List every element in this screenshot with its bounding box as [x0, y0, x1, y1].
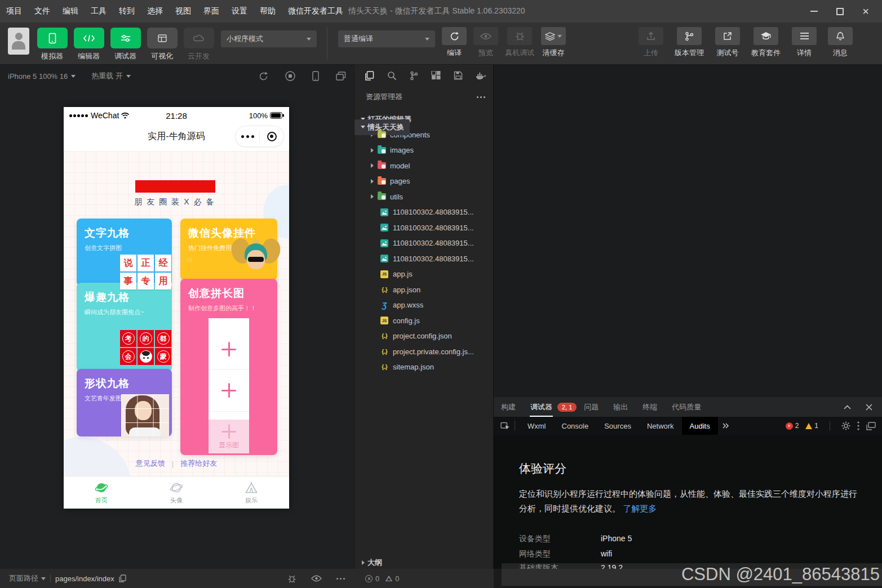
menu-item-settings[interactable]: 设置 [225, 0, 254, 23]
share-link[interactable]: 推荐给好友 [180, 458, 217, 469]
editor-button[interactable]: 编辑器 [73, 28, 105, 61]
user-avatar[interactable] [8, 28, 29, 55]
tab-home[interactable]: 首页 [64, 476, 139, 509]
devtools-tab-sources[interactable]: Sources [596, 417, 639, 435]
kebab-menu-icon[interactable] [857, 421, 859, 430]
ad-banner[interactable] [135, 180, 215, 193]
tree-file-project-config[interactable]: {..}project.config.json [354, 328, 494, 344]
tree-file-config-js[interactable]: JSconfig.js [354, 313, 494, 329]
devtools-tab-console[interactable]: Console [554, 417, 597, 435]
inspect-icon[interactable] [500, 421, 510, 430]
capsule-menu[interactable] [235, 126, 284, 147]
bug-icon[interactable] [287, 574, 296, 583]
menu-item-interface[interactable]: 界面 [197, 0, 225, 23]
panel-tab-problems[interactable]: 问题 [577, 397, 606, 417]
collapse-icon[interactable] [844, 405, 851, 409]
docker-icon[interactable] [476, 72, 486, 80]
source-control-icon[interactable] [410, 71, 418, 81]
devtools-tab-network[interactable]: Network [639, 417, 682, 435]
compile-button[interactable]: 编译 [442, 27, 467, 58]
learn-more-link[interactable]: 了解更多 [623, 504, 657, 513]
tree-file-sitemap[interactable]: {..}sitemap.json [354, 359, 494, 375]
stop-icon[interactable] [285, 71, 295, 81]
tree-folder-utils[interactable]: utils [354, 189, 494, 205]
image-file-icon [380, 239, 388, 247]
tree-folder-pages[interactable]: pages [354, 173, 494, 189]
more-menu-button[interactable] [236, 126, 259, 146]
panel-tab-terminal[interactable]: 终端 [635, 397, 664, 417]
search-icon[interactable] [387, 71, 397, 81]
exit-button[interactable] [260, 126, 283, 146]
tree-folder-images[interactable]: images [354, 142, 494, 158]
clear-cache-button[interactable]: 清缓存 [541, 27, 566, 58]
feedback-link[interactable]: 意见反馈 [136, 458, 165, 469]
devtools-tab-audits[interactable]: Audits [682, 417, 718, 435]
refresh-icon[interactable] [259, 72, 268, 81]
tree-file-app-wxss[interactable]: Ʒapp.wxss [354, 297, 494, 313]
device-select[interactable]: iPhone 5 100% 16 [0, 72, 83, 81]
panel-tab-build[interactable]: 构建 [494, 397, 523, 417]
tree-folder-model[interactable]: model [354, 158, 494, 174]
more-actions-icon[interactable] [336, 578, 345, 580]
edu-suite-button[interactable]: 教育套件 [751, 27, 781, 58]
warning-counter[interactable]: 1 [805, 422, 818, 430]
more-actions-icon[interactable] [477, 96, 485, 98]
close-icon: × [862, 6, 869, 17]
menu-item-goto[interactable]: 转到 [113, 0, 141, 23]
outline-section[interactable]: 大纲 [354, 556, 494, 569]
tree-file-app-js[interactable]: JSapp.js [354, 266, 494, 282]
debugger-button[interactable]: 调试器 [109, 28, 141, 61]
page-path-dropdown[interactable]: 页面路径 [9, 573, 46, 583]
detail-button[interactable]: 详情 [792, 27, 817, 58]
menu-item-edit[interactable]: 编辑 [56, 0, 85, 23]
extensions-icon[interactable] [431, 71, 441, 81]
menu-item-project[interactable]: 项目 [0, 0, 28, 23]
save-icon[interactable] [454, 71, 463, 80]
visual-button[interactable]: 可视化 [146, 28, 178, 61]
more-tabs-icon[interactable] [723, 423, 729, 429]
minimize-button[interactable] [801, 0, 827, 23]
tab-entertainment[interactable]: 娱乐 [214, 476, 289, 509]
multi-window-icon[interactable] [336, 72, 346, 81]
simulator-area: iPhone 5 100% 16 热重载 开 WeChat 21:28 100% [0, 65, 354, 569]
simulator-button[interactable]: 模拟器 [36, 28, 68, 61]
tree-image-file[interactable]: 1108100302.48083915... [354, 235, 494, 251]
problems-indicator[interactable]: 0 0 [365, 574, 399, 583]
menu-item-select[interactable]: 选择 [141, 0, 169, 23]
error-counter[interactable]: × 2 [786, 422, 799, 430]
tree-image-file[interactable]: 1108100302.48083915... [354, 251, 494, 267]
compile-select[interactable]: 普通编译 [338, 30, 435, 47]
menu-item-file[interactable]: 文件 [28, 0, 56, 23]
panel-tab-output[interactable]: 输出 [606, 397, 635, 417]
gear-icon[interactable] [841, 421, 850, 430]
menu-item-wechat-devtools[interactable]: 微信开发者工具 [282, 0, 349, 23]
mode-select[interactable]: 小程序模式 [221, 30, 317, 47]
test-account-button[interactable]: 测试号 [715, 27, 740, 58]
hot-reload-toggle[interactable]: 热重载 开 [83, 71, 139, 81]
eye-icon [480, 33, 491, 40]
message-button[interactable]: 消息 [828, 27, 853, 58]
copy-icon[interactable] [119, 574, 126, 582]
tree-image-file[interactable]: 1108100302.48083915... [354, 220, 494, 236]
panel-tab-debugger[interactable]: 调试器 [523, 397, 560, 417]
tab-avatar[interactable]: 头像 [139, 476, 214, 509]
devtools-tab-wxml[interactable]: Wxml [520, 417, 554, 435]
tree-image-file[interactable]: 1108100302.48083915... [354, 204, 494, 220]
menu-item-tools[interactable]: 工具 [85, 0, 113, 23]
version-control-button[interactable]: 版本管理 [675, 27, 704, 58]
maximize-button[interactable] [827, 0, 853, 23]
card-avatar-pendant[interactable]: 微信头像挂件 热门挂件免费用~ ☆ ☆ [180, 219, 277, 280]
files-icon[interactable] [365, 71, 374, 81]
close-panel-icon[interactable] [866, 404, 872, 411]
tree-file-app-json[interactable]: {..}app.json [354, 282, 494, 298]
menu-item-help[interactable]: 帮助 [254, 0, 282, 23]
undock-icon[interactable] [866, 422, 876, 430]
tree-file-project-private-config[interactable]: {..}project.private.config.js... [354, 344, 494, 360]
close-button[interactable]: × [853, 0, 879, 23]
panel-tab-code-quality[interactable]: 代码质量 [664, 397, 708, 417]
plus-icon[interactable] [221, 383, 236, 398]
menu-item-view[interactable]: 视图 [169, 0, 197, 23]
plus-icon[interactable] [221, 342, 236, 357]
device-frame-icon[interactable] [312, 71, 319, 81]
eye-icon[interactable] [311, 575, 322, 582]
